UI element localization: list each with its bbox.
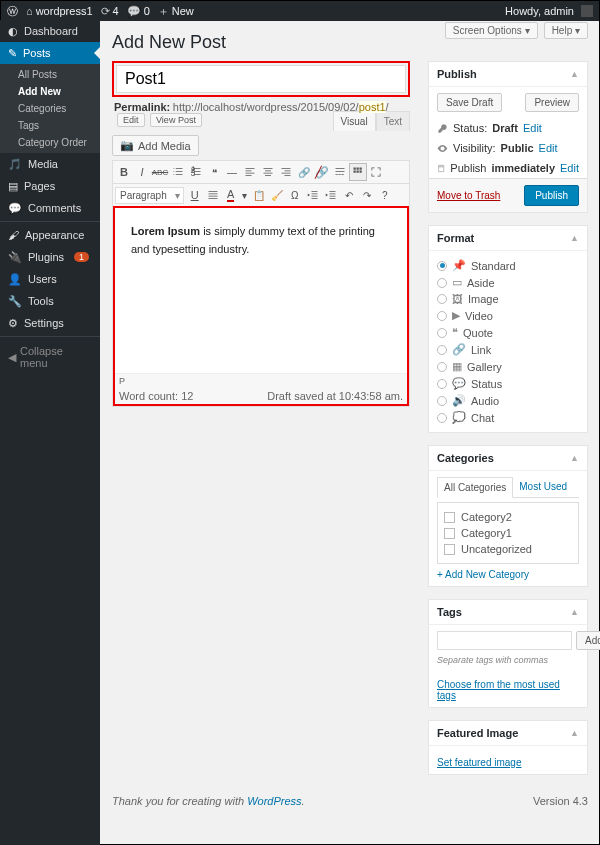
sidebar-item-pages[interactable]: ▤Pages — [0, 175, 100, 197]
text-tab[interactable]: Text — [376, 111, 410, 131]
paragraph-format-select[interactable]: Paragraph — [115, 187, 184, 204]
edit-status-link[interactable]: Edit — [523, 122, 542, 134]
readmore-button[interactable] — [331, 163, 349, 181]
posts-icon: ✎ — [8, 47, 17, 60]
toggle-icon[interactable]: ▲ — [570, 728, 579, 738]
post-title-input[interactable] — [116, 65, 406, 93]
format-option-aside[interactable]: ▭Aside — [437, 274, 579, 291]
bullet-list-button[interactable] — [169, 163, 187, 181]
sidebar-item-appearance[interactable]: 🖌Appearance — [0, 224, 100, 246]
fullscreen-button[interactable] — [367, 163, 385, 181]
checkbox-icon — [444, 512, 455, 523]
sidebar-subitem-all-posts[interactable]: All Posts — [0, 66, 100, 83]
sidebar-item-posts[interactable]: ✎Posts — [0, 42, 100, 64]
text-color-dropdown[interactable]: ▾ — [240, 186, 250, 204]
category-item[interactable]: Category1 — [444, 525, 572, 541]
paste-text-button[interactable]: 📋 — [250, 186, 268, 204]
format-option-chat[interactable]: 💭Chat — [437, 409, 579, 426]
underline-button[interactable]: U — [186, 186, 204, 204]
toggle-icon[interactable]: ▲ — [570, 233, 579, 243]
sidebar-subitem-tags[interactable]: Tags — [0, 117, 100, 134]
view-post-button[interactable]: View Post — [150, 113, 202, 127]
choose-tags-link[interactable]: Choose from the most used tags — [437, 679, 579, 701]
align-left-button[interactable] — [241, 163, 259, 181]
wp-logo-icon[interactable]: ⓦ — [7, 4, 18, 19]
visual-tab[interactable]: Visual — [333, 111, 376, 131]
italic-button[interactable]: I — [133, 163, 151, 181]
all-categories-tab[interactable]: All Categories — [437, 477, 513, 498]
format-option-standard[interactable]: 📌Standard — [437, 257, 579, 274]
add-tag-button[interactable]: Add — [576, 631, 600, 650]
toggle-icon[interactable]: ▲ — [570, 607, 579, 617]
comments-link[interactable]: 💬0 — [127, 5, 150, 18]
gallery-format-icon: ▦ — [452, 360, 462, 373]
format-box: Format▲ 📌Standard▭Aside🖼Image▶Video❝Quot… — [428, 225, 588, 433]
indent-button[interactable] — [322, 186, 340, 204]
toggle-icon[interactable]: ▲ — [570, 69, 579, 79]
format-option-gallery[interactable]: ▦Gallery — [437, 358, 579, 375]
sidebar-subitem-category-order[interactable]: Category Order — [0, 134, 100, 151]
justify-button[interactable] — [204, 186, 222, 204]
category-item[interactable]: Category2 — [444, 509, 572, 525]
text-color-button[interactable]: A — [222, 186, 240, 204]
clear-format-button[interactable]: 🧹 — [268, 186, 286, 204]
sidebar-item-users[interactable]: 👤Users — [0, 268, 100, 290]
image-format-icon: 🖼 — [452, 293, 463, 305]
sidebar-item-settings[interactable]: ⚙Settings — [0, 312, 100, 334]
align-right-button[interactable] — [277, 163, 295, 181]
move-to-trash-link[interactable]: Move to Trash — [437, 190, 500, 201]
toolbar-toggle-button[interactable] — [349, 163, 367, 181]
sidebar-item-comments[interactable]: 💬Comments — [0, 197, 100, 219]
link-button[interactable]: 🔗 — [295, 163, 313, 181]
outdent-button[interactable] — [304, 186, 322, 204]
hr-button[interactable]: — — [223, 163, 241, 181]
format-option-video[interactable]: ▶Video — [437, 307, 579, 324]
site-link[interactable]: ⌂wordpress1 — [26, 5, 93, 17]
blockquote-button[interactable]: ❝ — [205, 163, 223, 181]
bold-button[interactable]: B — [115, 163, 133, 181]
pages-icon: ▤ — [8, 180, 18, 193]
save-draft-button[interactable]: Save Draft — [437, 93, 502, 112]
add-media-button[interactable]: 📷Add Media — [112, 135, 199, 156]
edit-visibility-link[interactable]: Edit — [539, 142, 558, 154]
badge: 1 — [74, 252, 89, 262]
sidebar-subitem-add-new[interactable]: Add New — [0, 83, 100, 100]
number-list-button[interactable]: 123 — [187, 163, 205, 181]
format-option-audio[interactable]: 🔊Audio — [437, 392, 579, 409]
format-option-link[interactable]: 🔗Link — [437, 341, 579, 358]
align-center-button[interactable] — [259, 163, 277, 181]
format-option-status[interactable]: 💬Status — [437, 375, 579, 392]
new-link[interactable]: ＋New — [158, 4, 194, 19]
most-used-tab[interactable]: Most Used — [513, 477, 573, 498]
sidebar-item-plugins[interactable]: 🔌Plugins1 — [0, 246, 100, 268]
edit-permalink-button[interactable]: Edit — [117, 113, 145, 127]
format-option-image[interactable]: 🖼Image — [437, 291, 579, 307]
format-option-quote[interactable]: ❝Quote — [437, 324, 579, 341]
toggle-icon[interactable]: ▲ — [570, 453, 579, 463]
dashboard-icon: ◐ — [8, 25, 18, 38]
content-editor[interactable]: Lorem Ipsum is simply dummy text of the … — [115, 208, 407, 373]
sidebar-subitem-categories[interactable]: Categories — [0, 100, 100, 117]
category-item[interactable]: Uncategorized — [444, 541, 572, 557]
wordpress-link[interactable]: WordPress — [247, 795, 301, 807]
special-char-button[interactable]: Ω — [286, 186, 304, 204]
undo-button[interactable]: ↶ — [340, 186, 358, 204]
set-featured-image-link[interactable]: Set featured image — [437, 757, 579, 768]
tag-input[interactable] — [437, 631, 572, 650]
sidebar-item-dashboard[interactable]: ◐Dashboard — [0, 20, 100, 42]
howdy-link[interactable]: Howdy, admin — [505, 5, 593, 17]
publish-button[interactable]: Publish — [524, 185, 579, 206]
strike-button[interactable]: ABC — [151, 163, 169, 181]
redo-button[interactable]: ↷ — [358, 186, 376, 204]
updates-link[interactable]: ⟳4 — [101, 5, 119, 18]
collapse-menu-button[interactable]: ◀Collapse menu — [0, 339, 100, 375]
sidebar-item-media[interactable]: 🎵Media — [0, 153, 100, 175]
publish-box: Publish▲ Save Draft Preview Status: Draf… — [428, 61, 588, 213]
unlink-button[interactable]: 🔗╱ — [313, 163, 331, 181]
add-category-link[interactable]: + Add New Category — [437, 569, 579, 580]
sidebar-item-tools[interactable]: 🔧Tools — [0, 290, 100, 312]
edit-publish-link[interactable]: Edit — [560, 162, 579, 174]
keyboard-help-button[interactable]: ? — [376, 186, 394, 204]
preview-button[interactable]: Preview — [525, 93, 579, 112]
audio-format-icon: 🔊 — [452, 394, 466, 407]
